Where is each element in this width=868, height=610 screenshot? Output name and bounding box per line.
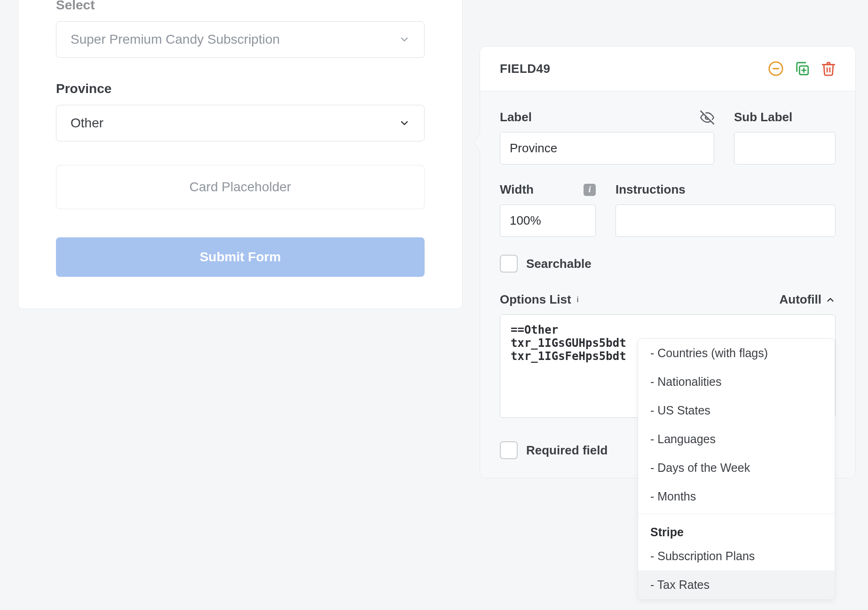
instructions-title: Instructions xyxy=(615,182,836,197)
dropdown-item-label: Months xyxy=(657,490,696,503)
autofill-label: Autofill xyxy=(779,292,821,307)
searchable-row[interactable]: Searchable xyxy=(500,255,836,273)
autofill-option-languages[interactable]: - Languages xyxy=(638,425,835,454)
select-value: Super Premium Candy Subscription xyxy=(71,32,280,47)
panel-actions xyxy=(768,61,836,77)
dropdown-item-label: Languages xyxy=(657,432,716,446)
info-icon[interactable]: i xyxy=(577,296,579,304)
submit-button[interactable]: Submit Form xyxy=(56,237,425,277)
panel-pointer xyxy=(473,134,480,151)
sublabel-title: Sub Label xyxy=(734,110,836,125)
autofill-option-days[interactable]: - Days of the Week xyxy=(638,454,835,482)
instructions-input[interactable] xyxy=(615,204,836,237)
trash-icon[interactable] xyxy=(821,61,836,77)
options-header: Options List i Autofill xyxy=(500,292,836,307)
select-field-label: Select xyxy=(56,0,425,13)
dropdown-item-label: US States xyxy=(657,404,710,417)
autofill-option-months[interactable]: - Months xyxy=(638,482,835,511)
dropdown-section-stripe: Stripe xyxy=(638,517,835,542)
sublabel-input[interactable] xyxy=(734,132,836,164)
width-title-text: Width xyxy=(500,182,534,197)
options-list-title: Options List xyxy=(500,292,571,307)
chevron-up-icon xyxy=(825,295,836,305)
searchable-label: Searchable xyxy=(526,257,592,271)
dropdown-item-label: Subscription Plans xyxy=(657,549,755,563)
minimize-icon[interactable] xyxy=(768,61,784,77)
dropdown-item-label: Days of the Week xyxy=(657,461,750,474)
form-preview-card: Select Super Premium Candy Subscription … xyxy=(18,0,463,309)
autofill-option-us-states[interactable]: - US States xyxy=(638,396,835,425)
province-field[interactable]: Other xyxy=(56,105,425,141)
label-title: Label xyxy=(500,110,714,125)
autofill-option-subscription-plans[interactable]: - Subscription Plans xyxy=(638,542,835,571)
label-title-text: Label xyxy=(500,110,532,125)
province-field-label: Province xyxy=(56,81,425,96)
searchable-checkbox[interactable] xyxy=(500,255,518,273)
required-checkbox[interactable] xyxy=(500,441,518,459)
info-icon[interactable]: i xyxy=(584,184,596,196)
autofill-dropdown: - Countries (with flags) - Nationalities… xyxy=(638,338,835,600)
required-label: Required field xyxy=(526,443,608,458)
width-input[interactable] xyxy=(500,204,596,237)
dropdown-item-label: Nationalities xyxy=(657,375,721,388)
panel-header: FIELD49 xyxy=(480,47,855,91)
dropdown-item-label: Tax Rates xyxy=(657,578,710,591)
dropdown-separator xyxy=(638,514,835,514)
province-value: Other xyxy=(71,116,103,131)
label-input[interactable] xyxy=(500,132,714,164)
eye-off-icon[interactable] xyxy=(700,110,714,125)
chevron-down-icon xyxy=(399,34,410,45)
autofill-toggle[interactable]: Autofill xyxy=(779,292,836,307)
chevron-down-icon xyxy=(399,117,410,129)
autofill-option-nationalities[interactable]: - Nationalities xyxy=(638,368,835,396)
panel-title: FIELD49 xyxy=(500,62,551,76)
width-title: Width i xyxy=(500,182,596,197)
duplicate-icon[interactable] xyxy=(794,61,810,77)
autofill-option-tax-rates[interactable]: - Tax Rates xyxy=(638,571,835,599)
autofill-option-countries[interactable]: - Countries (with flags) xyxy=(638,339,835,368)
card-placeholder: Card Placeholder xyxy=(56,165,425,209)
select-field[interactable]: Super Premium Candy Subscription xyxy=(56,21,425,58)
dropdown-item-label: Countries (with flags) xyxy=(657,346,768,360)
